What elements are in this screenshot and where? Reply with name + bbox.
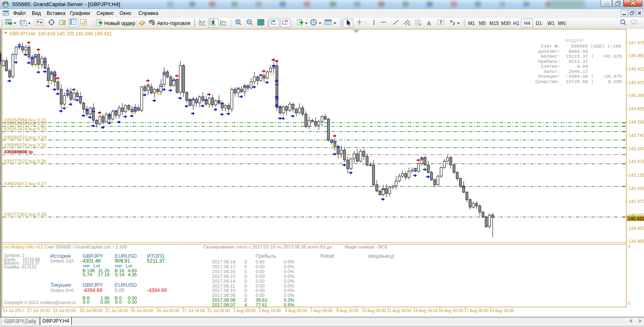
- svg-text:T: T: [440, 20, 442, 25]
- svg-text:20 Jul 08:00: 20 Jul 08:00: [80, 308, 103, 313]
- svg-text:0.00: 0.00: [256, 284, 264, 288]
- svg-text:Сканирование счета с 2017.05.1: Сканирование счета с 2017.05.16 по 2017.…: [203, 244, 333, 249]
- svg-text:|: |: [591, 79, 594, 84]
- svg-text:0.0%: 0.0%: [284, 274, 294, 279]
- svg-text:0: 0: [244, 293, 247, 298]
- svg-text:2546.17: 2546.17: [569, 69, 588, 74]
- svg-text:5211.37: 5211.37: [147, 258, 165, 264]
- svg-text:Баланс:: Баланс:: [541, 54, 560, 59]
- svg-text:История: История: [50, 253, 70, 259]
- svg-text:142.675: 142.675: [629, 159, 644, 164]
- svg-text:17 Jul 16:00: 17 Jul 16:00: [27, 308, 50, 313]
- svg-text:0: 0: [244, 284, 247, 288]
- svg-text:S 74: S 74: [83, 272, 92, 277]
- svg-text:Прибыль:: Прибыль:: [538, 59, 560, 64]
- svg-text:17 Aug 08:00: 17 Aug 08:00: [464, 308, 489, 313]
- svg-text:2 Aug 16:00: 2 Aug 16:00: [259, 308, 281, 313]
- svg-text:0: 0: [244, 264, 247, 269]
- svg-text:0.00: 0.00: [101, 300, 109, 304]
- svg-text:139.990: 139.990: [629, 226, 644, 231]
- svg-text:Orders 8+0: Orders 8+0: [50, 288, 74, 293]
- svg-text:Средства:: Средства:: [535, 79, 560, 84]
- svg-text:143.740: 143.740: [629, 133, 644, 138]
- svg-text:139.465: 139.465: [629, 239, 644, 244]
- svg-text:0: 0: [244, 259, 247, 264]
- svg-text:0.00: 0.00: [256, 293, 264, 298]
- svg-text:7 Aug 08:00: 7 Aug 08:00: [310, 308, 332, 313]
- svg-text:18 Aug 16:00: 18 Aug 16:00: [489, 308, 514, 313]
- svg-text:тип: тип: [83, 263, 90, 268]
- svg-text:77.61: 77.61: [256, 302, 267, 307]
- svg-text:#35569808 tp: #35569808 tp: [4, 149, 33, 154]
- svg-text:2017.08.18: 2017.08.18: [212, 259, 235, 264]
- svg-text:2017.08.17: 2017.08.17: [212, 264, 235, 269]
- svg-text:-29.07%: -29.07%: [603, 74, 622, 79]
- svg-text:2017.08.16: 2017.08.16: [212, 269, 235, 274]
- svg-text:0.00: 0.00: [256, 288, 264, 293]
- svg-text:26 Jul 08:00: 26 Jul 08:00: [157, 308, 179, 313]
- svg-text:#35557474 buy 0.23: #35557474 buy 0.23: [4, 126, 46, 131]
- svg-text:0: 0: [244, 288, 247, 293]
- svg-text:0.0%: 0.0%: [284, 259, 294, 264]
- svg-text:0: 0: [244, 279, 247, 284]
- svg-text:ввод/вывод: ввод/вывод: [368, 253, 394, 259]
- svg-text:Orders 242: Orders 242: [50, 259, 74, 263]
- svg-text:0.00: 0.00: [115, 288, 124, 293]
- svg-text:0.0%: 0.0%: [284, 264, 294, 269]
- svg-text:|: |: [591, 54, 594, 59]
- svg-text:0.00: 0.00: [256, 269, 264, 274]
- svg-text:0.0%: 0.0%: [284, 288, 294, 293]
- svg-text:#35553995 buy 0.22: #35553995 buy 0.22: [4, 121, 46, 126]
- svg-text:S 0: S 0: [115, 300, 122, 304]
- svg-text:14 Aug 16:00: 14 Aug 16:00: [413, 308, 438, 313]
- svg-text:cm History Info v12: cm History Info v12: [3, 244, 43, 249]
- svg-text:Lot: Lot: [126, 263, 132, 268]
- svg-text:15115.37: 15115.37: [566, 54, 588, 59]
- svg-text:11 Aug 08:00: 11 Aug 08:00: [387, 308, 411, 313]
- svg-text:Счёт №:: Счёт №:: [541, 43, 560, 49]
- svg-text:31 Jul 00:00: 31 Jul 00:00: [207, 308, 230, 313]
- svg-text:25 Jul 00:00: 25 Jul 00:00: [131, 308, 153, 313]
- svg-text:#35559723 buy 0.24: #35559723 buy 0.24: [4, 135, 46, 140]
- svg-text:555685 (USD) 1:100: 555685 (USD) 1:100: [571, 43, 621, 49]
- svg-text:-4394.69: -4394.69: [83, 288, 102, 293]
- svg-text:Снятие:: Снятие:: [541, 64, 560, 69]
- svg-text:5211.37: 5211.37: [569, 59, 588, 64]
- svg-text:GBPJPY,H4 140.616 140.703 140: GBPJPY,H4 140.616 140.703 140.349 140.43…: [9, 31, 112, 37]
- svg-text:8174.51: 8174.51: [22, 265, 37, 269]
- svg-text:145.345: 145.345: [629, 93, 644, 98]
- svg-text:0.0%: 0.0%: [284, 293, 294, 298]
- svg-text:1 Aug 08:00: 1 Aug 08:00: [233, 308, 256, 313]
- svg-text:17.19: 17.19: [98, 272, 109, 277]
- svg-text:Депозит:: Депозит:: [538, 49, 560, 54]
- svg-text:144.265: 144.265: [629, 120, 644, 124]
- svg-text:0: 0: [628, 244, 630, 249]
- svg-text:142.135: 142.135: [629, 173, 644, 178]
- svg-text:27 Jul 16:00: 27 Jul 16:00: [182, 308, 205, 313]
- svg-text:Залог:: Залог:: [544, 69, 560, 74]
- svg-text:#35772362 buy 0.28: #35772362 buy 0.28: [4, 212, 46, 217]
- svg-text:146.950: 146.950: [629, 53, 644, 58]
- svg-text:8.25%: 8.25%: [608, 79, 622, 84]
- svg-text:#35626071 buy 0.27: #35626071 buy 0.27: [4, 181, 46, 186]
- svg-text:16 Aug 00:00: 16 Aug 00:00: [439, 308, 463, 313]
- svg-text:147.475: 147.475: [629, 40, 644, 45]
- svg-text:143.200: 143.200: [629, 146, 644, 151]
- svg-text:#35568126 buy 0.25: #35568126 buy 0.25: [4, 143, 46, 147]
- svg-text:4: 4: [244, 302, 247, 307]
- svg-text:8 Aug 16:00: 8 Aug 16:00: [336, 308, 359, 313]
- svg-text:0.0%: 0.0%: [284, 269, 294, 274]
- svg-text:Прибыль: Прибыль: [256, 253, 276, 259]
- svg-text:0.5%: 0.5%: [284, 302, 294, 307]
- svg-text:0.00: 0.00: [128, 300, 137, 304]
- svg-text:Lot: Lot: [93, 263, 100, 268]
- svg-text:2017.08.10: 2017.08.10: [212, 288, 235, 293]
- svg-text:0.00: 0.00: [256, 274, 264, 279]
- svg-text:4.35: 4.35: [128, 272, 137, 277]
- svg-text:-4394.69: -4394.69: [147, 288, 167, 293]
- svg-text:2017.08.08: 2017.08.08: [212, 298, 235, 302]
- svg-text:2017.08.11: 2017.08.11: [212, 284, 235, 288]
- svg-text:10 Aug 00:00: 10 Aug 00:00: [362, 308, 386, 313]
- svg-text:E: E: [409, 23, 411, 26]
- svg-text:Позиция:: Позиция:: [538, 74, 560, 79]
